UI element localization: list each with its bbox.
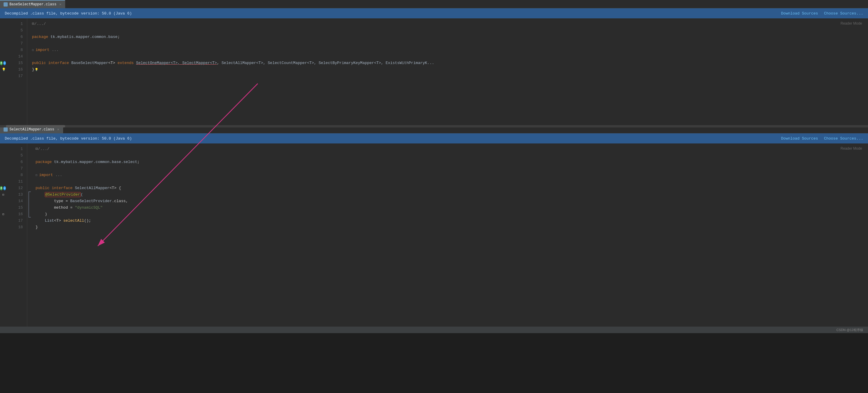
b-gutter-line-15 <box>0 205 6 211</box>
ln-14: 14 <box>6 53 24 60</box>
implement-icon[interactable]: ● <box>0 61 3 65</box>
fb-7 <box>27 185 31 191</box>
top-tab-bar: BaseSelectMapper.class ✕ <box>0 0 868 8</box>
bottom-choose-sources-link[interactable]: Choose Sources... <box>824 136 863 141</box>
top-choose-sources-link[interactable]: Choose Sources... <box>824 11 863 16</box>
top-line-numbers: 1 5 6 7 8 14 15 16 17 <box>6 19 27 125</box>
b-gutter-line-17 <box>0 217 6 224</box>
ln-1: 1 <box>6 21 24 27</box>
b-gutter-line-13: ⊟ <box>0 191 6 198</box>
code-line-7 <box>32 40 868 47</box>
gutter-line-16: 💡 <box>0 66 6 73</box>
b-code-line-5 <box>36 152 868 159</box>
top-download-sources-link[interactable]: Download Sources <box>781 11 818 16</box>
top-scrollbar-thumb[interactable] <box>6 125 65 127</box>
b-ln-11: 11 <box>6 178 24 185</box>
b-gutter-line-8 <box>0 172 6 178</box>
b-code-line-15: method = "dynamicSQL" <box>36 205 868 211</box>
gutter-line-8 <box>0 47 6 53</box>
b-code-line-14: type = BaseSelectProvider.class, <box>36 198 868 205</box>
code-line-16: }💡 <box>32 66 868 73</box>
class-file-icon <box>4 2 8 6</box>
bottom-tab-close[interactable]: ✕ <box>57 127 59 131</box>
b-ln-7: 7 <box>6 165 24 172</box>
b-code-line-17: List<T> selectAll(); <box>36 217 868 224</box>
code-line-15: public interface BaseSelectMapper<T> ext… <box>32 60 868 66</box>
annotation-box: @SelectProvider <box>45 192 81 197</box>
bottom-line-numbers: 1 5 6 7 8 11 12 13 14 15 16 17 18 <box>6 144 27 327</box>
bottom-code-content: ⊟/.../ package tk.mybatis.mapper.common.… <box>31 144 868 327</box>
code-line-5 <box>32 27 868 34</box>
b-ln-17: 17 <box>6 217 24 224</box>
b-ln-18: 18 <box>6 224 24 231</box>
b-overload-icon[interactable]: ω <box>3 186 6 190</box>
b-ln-16: 16 <box>6 211 24 217</box>
b-fold-icon-8[interactable]: ⊟ <box>36 172 39 179</box>
bottom-code-area: ● ω ⊟ ⊟ 1 5 6 7 8 11 <box>0 144 868 327</box>
b-gutter-line-5 <box>0 152 6 159</box>
b-ln-15: 15 <box>6 205 24 211</box>
top-decompile-info: Decompiled .class file, bytecode version… <box>5 11 132 16</box>
top-tab-baseselectmapper[interactable]: BaseSelectMapper.class ✕ <box>0 0 65 8</box>
bottom-decompile-info: Decompiled .class file, bytecode version… <box>5 136 132 141</box>
gutter-line-5 <box>0 27 6 34</box>
b-code-line-18: } <box>36 224 868 231</box>
b-gutter-line-14 <box>0 198 6 205</box>
b-code-line-16: ) <box>36 211 868 217</box>
gutter-line-1 <box>0 21 6 27</box>
b-ln-1: 1 <box>6 146 24 152</box>
gutter-line-15: ● ω <box>0 60 6 66</box>
b-code-line-1: ⊟/.../ <box>36 146 868 152</box>
b-gutter-line-12: ● ω <box>0 185 6 191</box>
fb-2 <box>27 152 31 159</box>
fb-1 <box>27 146 31 152</box>
b-ln-8: 8 <box>6 172 24 178</box>
bottom-tab-label: SelectAllMapper.class <box>9 127 54 131</box>
fold-icon-8[interactable]: ⊟ <box>32 47 36 54</box>
top-code-content: ⊟/.../ package tk.mybatis.mapper.common.… <box>27 19 868 125</box>
top-code-area: ● ω 💡 1 5 6 7 8 14 15 16 17 ⊟/... <box>0 19 868 125</box>
b-code-line-7 <box>36 165 868 172</box>
b-gutter-line-11 <box>0 178 6 185</box>
b-gutter-line-1 <box>0 146 6 152</box>
b-ln-6: 6 <box>6 159 24 165</box>
fb-mid1 <box>28 198 31 205</box>
ln-8: 8 <box>6 47 24 53</box>
code-line-17 <box>32 73 868 80</box>
fb-8 <box>27 217 31 224</box>
inline-bulb: 💡 <box>34 68 38 72</box>
b-code-line-11 <box>36 178 868 185</box>
overload-icon[interactable]: ω <box>3 61 6 65</box>
b-code-line-13: @SelectProvider( <box>36 191 868 198</box>
code-line-14 <box>32 53 868 60</box>
fb-9 <box>27 224 31 231</box>
top-scrollbar[interactable] <box>0 125 868 127</box>
b-gutter-line-18 <box>0 224 6 231</box>
top-tab-close[interactable]: ✕ <box>59 2 61 6</box>
ln-5: 5 <box>6 27 24 34</box>
ln-16: 16 <box>6 66 24 73</box>
bottom-gutter: ● ω ⊟ ⊟ <box>0 144 6 327</box>
fb-3 <box>27 159 31 165</box>
bottom-info-links: Download Sources Choose Sources... <box>781 136 863 141</box>
fb-open <box>28 191 31 198</box>
top-gutter: ● ω 💡 <box>0 19 6 125</box>
b-fold-16[interactable]: ⊟ <box>2 212 6 216</box>
top-reader-mode[interactable]: Reader Mode <box>840 21 862 26</box>
top-info-bar: Decompiled .class file, bytecode version… <box>0 8 868 19</box>
gutter-line-6 <box>0 34 6 40</box>
fb-mid2 <box>28 205 31 211</box>
fb-6 <box>27 178 31 185</box>
fold-bracket-col <box>27 144 31 327</box>
b-implement-icon[interactable]: ● <box>0 186 3 190</box>
gutter-line-14 <box>0 53 6 60</box>
b-fold-13[interactable]: ⊟ <box>2 193 6 196</box>
b-gutter-line-16: ⊟ <box>0 211 6 217</box>
b-gutter-line-7 <box>0 165 6 172</box>
code-line-8: ⊟import ... <box>32 47 868 53</box>
bulb-icon[interactable]: 💡 <box>2 67 6 72</box>
bottom-reader-mode[interactable]: Reader Mode <box>840 146 862 151</box>
ln-6: 6 <box>6 34 24 40</box>
b-code-line-8: ⊟import ... <box>36 172 868 178</box>
bottom-download-sources-link[interactable]: Download Sources <box>781 136 818 141</box>
